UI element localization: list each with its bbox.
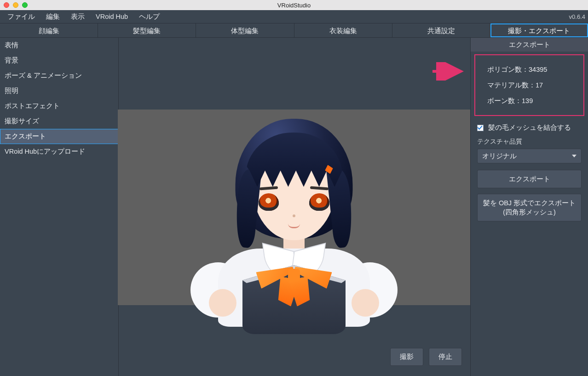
export-obj-line1: 髪を OBJ 形式でエクスポート <box>483 199 576 207</box>
tab-export[interactable]: 撮影・エクスポート <box>490 23 588 37</box>
minimize-icon[interactable] <box>13 2 18 8</box>
viewport[interactable]: 撮影 停止 <box>119 38 470 376</box>
menu-file[interactable]: ファイル <box>2 10 40 23</box>
tabbar: 顔編集 髪型編集 体型編集 衣装編集 共通設定 撮影・エクスポート <box>0 23 588 38</box>
stat-polygons-label: ポリゴン数： <box>487 66 529 73</box>
sidebar: 表情 背景 ポーズ & アニメーション 照明 ポストエフェクト 撮影サイズ エク… <box>0 38 119 376</box>
merge-hair-label: 髪の毛メッシュを結合する <box>488 123 571 132</box>
sidebar-item-lighting[interactable]: 照明 <box>0 83 118 98</box>
export-obj-button[interactable]: 髪を OBJ 形式でエクスポート (四角形メッシュ) <box>477 194 582 221</box>
tab-hair[interactable]: 髪型編集 <box>98 23 196 37</box>
titlebar: VRoidStudio <box>0 0 588 10</box>
window-controls <box>4 2 28 8</box>
export-button[interactable]: エクスポート <box>477 170 582 188</box>
stat-materials-value: 17 <box>536 81 543 89</box>
close-icon[interactable] <box>4 2 9 8</box>
character-preview <box>204 119 384 305</box>
merge-hair-checkbox[interactable] <box>477 125 484 131</box>
stat-bones-value: 139 <box>522 97 533 104</box>
sidebar-item-background[interactable]: 背景 <box>0 53 118 68</box>
right-panel: エクスポート ポリゴン数：34395 マテリアル数：17 ボーン数：139 髪の… <box>470 38 588 376</box>
stat-materials: マテリアル数：17 <box>487 77 577 93</box>
right-panel-header: エクスポート <box>471 38 588 52</box>
menu-view[interactable]: 表示 <box>65 10 90 23</box>
stat-materials-label: マテリアル数： <box>487 81 536 89</box>
export-obj-line2: (四角形メッシュ) <box>503 208 556 216</box>
menu-edit[interactable]: 編集 <box>40 10 65 23</box>
sidebar-item-posteffect[interactable]: ポストエフェクト <box>0 98 118 114</box>
texture-quality-label: テクスチャ品質 <box>471 136 588 149</box>
center-buttons: 撮影 停止 <box>390 348 462 366</box>
capture-button[interactable]: 撮影 <box>390 348 423 366</box>
canvas[interactable] <box>118 110 470 305</box>
sidebar-item-expression[interactable]: 表情 <box>0 38 118 53</box>
tab-common[interactable]: 共通設定 <box>392 23 490 37</box>
menu-help[interactable]: ヘルプ <box>133 10 165 23</box>
tab-face[interactable]: 顔編集 <box>0 23 98 37</box>
menubar: ファイル 編集 表示 VRoid Hub ヘルプ v0.6.4 <box>0 10 588 23</box>
sidebar-item-size[interactable]: 撮影サイズ <box>0 114 118 129</box>
stat-bones: ボーン数：139 <box>487 93 577 109</box>
stat-polygons-value: 34395 <box>529 66 547 73</box>
stat-bones-label: ボーン数： <box>487 97 522 104</box>
version-label: v0.6.4 <box>569 13 585 20</box>
sidebar-item-export[interactable]: エクスポート <box>0 129 118 144</box>
texture-quality-value: オリジナル <box>482 152 517 161</box>
stop-button[interactable]: 停止 <box>429 348 462 366</box>
window-title: VRoidStudio <box>277 2 311 9</box>
stats-box: ポリゴン数：34395 マテリアル数：17 ボーン数：139 <box>474 54 584 116</box>
maximize-icon[interactable] <box>22 2 28 8</box>
chevron-down-icon <box>572 155 576 157</box>
sidebar-item-pose[interactable]: ポーズ & アニメーション <box>0 68 118 83</box>
stat-polygons: ポリゴン数：34395 <box>487 62 577 77</box>
menu-vroidhub[interactable]: VRoid Hub <box>90 10 133 23</box>
sidebar-item-upload[interactable]: VRoid Hubにアップロード <box>0 144 118 159</box>
texture-quality-select[interactable]: オリジナル <box>477 149 582 163</box>
tab-body[interactable]: 体型編集 <box>196 23 294 37</box>
merge-hair-row[interactable]: 髪の毛メッシュを結合する <box>471 120 588 136</box>
tab-outfit[interactable]: 衣装編集 <box>294 23 392 37</box>
